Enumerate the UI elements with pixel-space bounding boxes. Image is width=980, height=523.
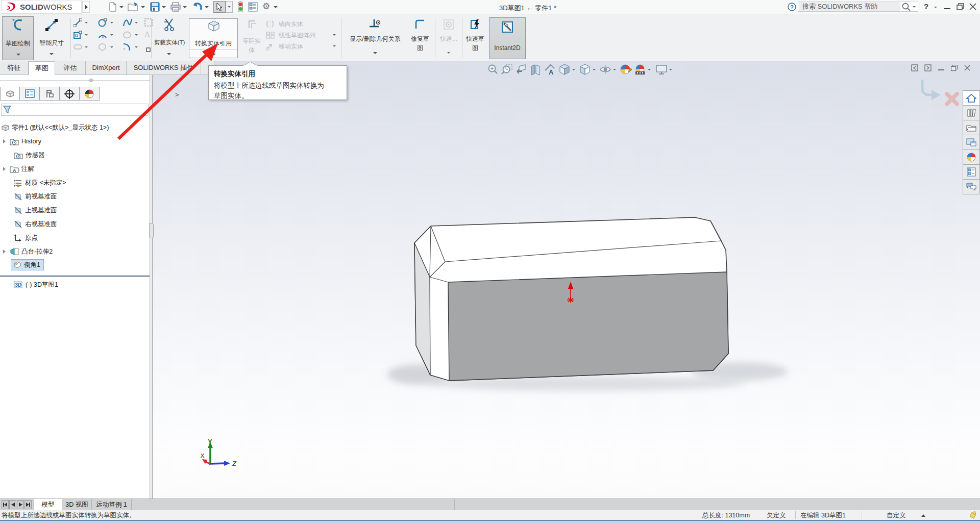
convert-entities-dropdown[interactable] bbox=[212, 54, 216, 56]
display-style-icon[interactable] bbox=[579, 63, 591, 76]
qat-select-dropdown[interactable] bbox=[226, 1, 233, 13]
convert-entities-button[interactable]: 转换实体引用 bbox=[189, 18, 238, 58]
status-custom-dropdown[interactable] bbox=[921, 514, 925, 517]
tree-item-front-plane[interactable]: 前视基准面 bbox=[14, 190, 57, 203]
panel-collapse-handle[interactable] bbox=[149, 223, 154, 238]
tab-addins[interactable]: SOLIDWORKS 插件 bbox=[127, 61, 201, 75]
quick-snaps-button[interactable]: 快速... bbox=[438, 16, 459, 60]
qat-undo-button[interactable] bbox=[192, 2, 203, 14]
task-pane-appearances[interactable] bbox=[963, 150, 979, 165]
tab-model[interactable]: 模型 bbox=[34, 499, 62, 511]
tab-sketch[interactable]: 草图 bbox=[29, 61, 55, 76]
help-dropdown[interactable] bbox=[934, 7, 937, 8]
confirmation-corner[interactable] bbox=[918, 78, 964, 109]
linear-pattern-button[interactable]: 线性草图阵列 bbox=[265, 31, 315, 40]
line-tool-dropdown[interactable] bbox=[85, 22, 88, 23]
logo-expander-button[interactable] bbox=[82, 1, 90, 13]
task-pane-home[interactable] bbox=[963, 91, 979, 106]
doc-restore-button[interactable] bbox=[951, 65, 958, 71]
move-entities-dropdown[interactable] bbox=[333, 45, 336, 47]
quick-sketch-button[interactable]: 快速草 图 bbox=[463, 16, 487, 60]
panel-splitter-line[interactable] bbox=[0, 80, 150, 81]
qat-new-button[interactable] bbox=[108, 2, 117, 14]
status-tag-icon[interactable] bbox=[969, 511, 977, 519]
zoom-area-icon[interactable] bbox=[501, 63, 513, 76]
offset-entities-button[interactable]: 等距实 体 bbox=[240, 16, 263, 60]
tree-item-chamfer[interactable]: 倒角1 bbox=[11, 259, 44, 270]
circle-tool-button[interactable] bbox=[98, 18, 107, 29]
expand-arrow-icon[interactable] bbox=[3, 167, 6, 171]
mirror-entities-button[interactable]: 镜向实体 bbox=[265, 19, 303, 29]
qat-gear-button[interactable]: ⚙ bbox=[262, 1, 270, 12]
nav-last-button[interactable] bbox=[24, 500, 32, 509]
doc-close-button[interactable] bbox=[964, 65, 970, 71]
panel-tab-configurationmanager[interactable] bbox=[40, 87, 60, 101]
qat-gear-dropdown[interactable] bbox=[274, 6, 278, 8]
qat-save-button[interactable] bbox=[150, 2, 160, 14]
quick-snaps-dropdown[interactable] bbox=[447, 52, 450, 54]
minimize-button[interactable] bbox=[944, 8, 950, 9]
slot-tool-button[interactable] bbox=[74, 43, 83, 53]
point-tool-button[interactable] bbox=[146, 45, 151, 54]
qat-open-dropdown[interactable] bbox=[141, 6, 145, 8]
slot-tool-dropdown[interactable] bbox=[85, 46, 88, 48]
sketch-button[interactable]: * 草图绘制 bbox=[2, 16, 34, 60]
tab-evaluate[interactable]: 评估 bbox=[55, 61, 86, 75]
tab-features[interactable]: 特征 bbox=[0, 61, 29, 75]
close-button[interactable] bbox=[969, 3, 976, 12]
tree-item-top-plane[interactable]: 上视基准面 bbox=[14, 204, 57, 216]
tree-item-3dsketch[interactable]: 3D (-) 3D草图1 bbox=[14, 279, 58, 291]
qat-print-button[interactable] bbox=[170, 2, 181, 14]
fillet-tool-button[interactable]: × bbox=[122, 42, 132, 53]
tree-item-annotations[interactable]: A 注解 bbox=[3, 163, 34, 175]
panel-tab-displaymanager[interactable] bbox=[80, 87, 100, 101]
qat-save-dropdown[interactable] bbox=[162, 6, 166, 8]
polygon-tool-button[interactable] bbox=[98, 43, 107, 53]
qat-open-button[interactable] bbox=[128, 2, 139, 14]
nav-prev-button[interactable] bbox=[9, 500, 16, 509]
instant2d-button[interactable]: Instant2D bbox=[489, 17, 526, 59]
tree-item-sensors[interactable]: 传感器 bbox=[14, 149, 45, 161]
fillet-tool-dropdown[interactable] bbox=[135, 46, 138, 48]
smart-dimension-button[interactable]: 智能尺寸 bbox=[36, 16, 67, 60]
task-pane-design-library[interactable] bbox=[963, 120, 979, 135]
ellipse-tool-dropdown[interactable] bbox=[135, 34, 138, 36]
view-settings-dropdown[interactable] bbox=[669, 69, 672, 70]
display-relations-button[interactable]: 显示/删除几何关系 bbox=[344, 16, 406, 60]
qat-new-dropdown[interactable] bbox=[119, 6, 124, 8]
flyout-tree-chevron[interactable]: > bbox=[175, 91, 179, 98]
qat-select-button[interactable] bbox=[213, 1, 226, 13]
task-pane-file-explorer[interactable] bbox=[963, 135, 979, 150]
edit-appearance-icon[interactable] bbox=[620, 63, 632, 76]
tree-filter-box[interactable] bbox=[1, 104, 149, 116]
expand-arrow-icon[interactable] bbox=[3, 139, 6, 143]
view-settings-icon[interactable] bbox=[655, 63, 668, 76]
apply-scene-icon[interactable] bbox=[634, 63, 646, 76]
panel-tab-propertymanager[interactable] bbox=[20, 87, 40, 101]
circle-tool-dropdown[interactable] bbox=[110, 22, 113, 23]
restore-button[interactable] bbox=[957, 3, 964, 12]
rectangle-tool-dropdown[interactable] bbox=[85, 34, 88, 36]
task-pane-forum[interactable] bbox=[963, 180, 979, 194]
select-region-tool-button[interactable] bbox=[144, 18, 153, 29]
nav-next-button[interactable] bbox=[17, 500, 24, 509]
tab-motion-study[interactable]: 运动算例 1 bbox=[92, 499, 132, 511]
task-pane-resources[interactable] bbox=[963, 106, 979, 120]
panel-tab-dimxpertmanager[interactable] bbox=[60, 87, 80, 101]
tree-item-right-plane[interactable]: 右视基准面 bbox=[14, 218, 57, 230]
help-circle-icon[interactable]: ? bbox=[788, 3, 796, 13]
line-tool-button[interactable] bbox=[74, 18, 82, 29]
hide-show-dropdown[interactable] bbox=[613, 69, 616, 70]
search-input[interactable]: 搜索 SOLIDWORKS 帮助 bbox=[799, 2, 900, 11]
search-icon[interactable] bbox=[901, 2, 912, 11]
previous-view-icon[interactable] bbox=[515, 63, 527, 76]
panel-tab-featuremanager[interactable] bbox=[0, 87, 20, 101]
arc-tool-button[interactable]: × bbox=[98, 31, 107, 41]
panel-splitter[interactable] bbox=[150, 75, 153, 499]
sketch-dropdown[interactable] bbox=[16, 54, 20, 56]
panel-splitter-handle[interactable] bbox=[89, 79, 93, 82]
tree-item-material[interactable]: 材质 <未指定> bbox=[14, 177, 66, 189]
rollback-bar[interactable] bbox=[0, 276, 150, 277]
hide-show-items-icon[interactable] bbox=[599, 63, 611, 76]
search-dropdown[interactable] bbox=[913, 6, 916, 8]
